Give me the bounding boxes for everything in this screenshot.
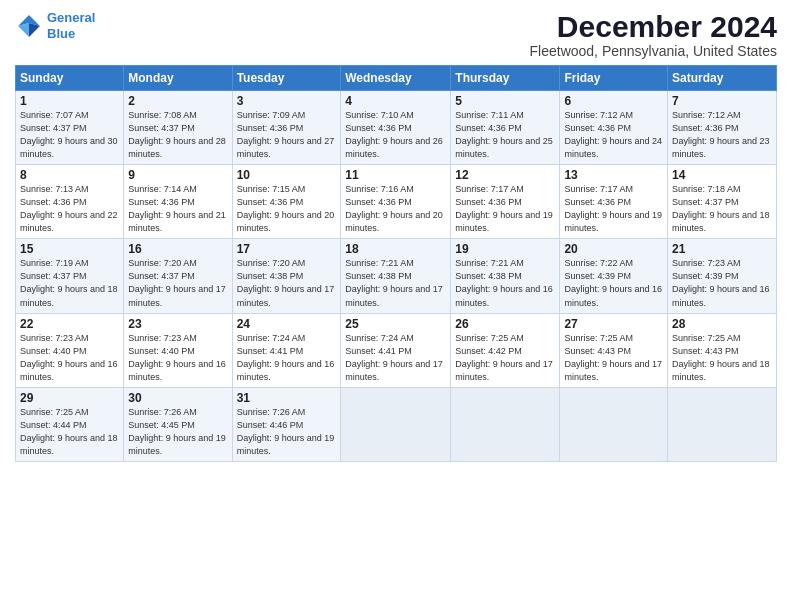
logo-blue: Blue [47,26,75,41]
calendar-cell: 15 Sunrise: 7:19 AM Sunset: 4:37 PM Dayl… [16,239,124,313]
sunrise-text: Sunrise: 7:20 AM [237,258,306,268]
daylight-text: Daylight: 9 hours and 21 minutes. [128,210,226,233]
calendar-cell: 1 Sunrise: 7:07 AM Sunset: 4:37 PM Dayli… [16,91,124,165]
day-info: Sunrise: 7:10 AM Sunset: 4:36 PM Dayligh… [345,109,446,161]
daylight-text: Daylight: 9 hours and 17 minutes. [564,359,662,382]
sunset-text: Sunset: 4:43 PM [672,346,739,356]
calendar-week-3: 15 Sunrise: 7:19 AM Sunset: 4:37 PM Dayl… [16,239,777,313]
sunrise-text: Sunrise: 7:25 AM [564,333,633,343]
day-info: Sunrise: 7:12 AM Sunset: 4:36 PM Dayligh… [564,109,663,161]
col-saturday: Saturday [668,66,777,91]
day-number: 11 [345,168,446,182]
sunrise-text: Sunrise: 7:15 AM [237,184,306,194]
sunset-text: Sunset: 4:41 PM [345,346,412,356]
day-number: 3 [237,94,337,108]
sunrise-text: Sunrise: 7:25 AM [672,333,741,343]
sunset-text: Sunset: 4:46 PM [237,420,304,430]
logo: General Blue [15,10,95,41]
day-info: Sunrise: 7:16 AM Sunset: 4:36 PM Dayligh… [345,183,446,235]
day-info: Sunrise: 7:14 AM Sunset: 4:36 PM Dayligh… [128,183,227,235]
calendar-table: Sunday Monday Tuesday Wednesday Thursday… [15,65,777,462]
sunset-text: Sunset: 4:45 PM [128,420,195,430]
day-number: 18 [345,242,446,256]
sunrise-text: Sunrise: 7:14 AM [128,184,197,194]
sunset-text: Sunset: 4:36 PM [672,123,739,133]
day-info: Sunrise: 7:25 AM Sunset: 4:42 PM Dayligh… [455,332,555,384]
day-info: Sunrise: 7:19 AM Sunset: 4:37 PM Dayligh… [20,257,119,309]
day-number: 27 [564,317,663,331]
sunset-text: Sunset: 4:36 PM [237,197,304,207]
day-info: Sunrise: 7:26 AM Sunset: 4:45 PM Dayligh… [128,406,227,458]
calendar-week-5: 29 Sunrise: 7:25 AM Sunset: 4:44 PM Dayl… [16,387,777,461]
sunset-text: Sunset: 4:36 PM [455,197,522,207]
daylight-text: Daylight: 9 hours and 20 minutes. [345,210,443,233]
day-info: Sunrise: 7:12 AM Sunset: 4:36 PM Dayligh… [672,109,772,161]
calendar-cell: 18 Sunrise: 7:21 AM Sunset: 4:38 PM Dayl… [341,239,451,313]
calendar-cell: 27 Sunrise: 7:25 AM Sunset: 4:43 PM Dayl… [560,313,668,387]
header-row-days: Sunday Monday Tuesday Wednesday Thursday… [16,66,777,91]
sunset-text: Sunset: 4:37 PM [20,123,87,133]
calendar-cell: 4 Sunrise: 7:10 AM Sunset: 4:36 PM Dayli… [341,91,451,165]
day-number: 14 [672,168,772,182]
sunset-text: Sunset: 4:36 PM [564,197,631,207]
daylight-text: Daylight: 9 hours and 18 minutes. [20,433,118,456]
sunset-text: Sunset: 4:38 PM [345,271,412,281]
daylight-text: Daylight: 9 hours and 23 minutes. [672,136,770,159]
day-info: Sunrise: 7:21 AM Sunset: 4:38 PM Dayligh… [455,257,555,309]
sunrise-text: Sunrise: 7:23 AM [20,333,89,343]
daylight-text: Daylight: 9 hours and 16 minutes. [237,359,335,382]
calendar-cell: 29 Sunrise: 7:25 AM Sunset: 4:44 PM Dayl… [16,387,124,461]
sunset-text: Sunset: 4:40 PM [128,346,195,356]
day-info: Sunrise: 7:23 AM Sunset: 4:40 PM Dayligh… [128,332,227,384]
calendar-cell: 2 Sunrise: 7:08 AM Sunset: 4:37 PM Dayli… [124,91,232,165]
daylight-text: Daylight: 9 hours and 18 minutes. [672,210,770,233]
sunset-text: Sunset: 4:38 PM [237,271,304,281]
day-info: Sunrise: 7:20 AM Sunset: 4:37 PM Dayligh… [128,257,227,309]
calendar-cell: 12 Sunrise: 7:17 AM Sunset: 4:36 PM Dayl… [451,165,560,239]
sunrise-text: Sunrise: 7:10 AM [345,110,414,120]
calendar-cell: 23 Sunrise: 7:23 AM Sunset: 4:40 PM Dayl… [124,313,232,387]
day-number: 5 [455,94,555,108]
day-info: Sunrise: 7:23 AM Sunset: 4:40 PM Dayligh… [20,332,119,384]
daylight-text: Daylight: 9 hours and 17 minutes. [345,284,443,307]
calendar-cell: 9 Sunrise: 7:14 AM Sunset: 4:36 PM Dayli… [124,165,232,239]
daylight-text: Daylight: 9 hours and 17 minutes. [455,359,553,382]
main-title: December 2024 [530,10,777,43]
sunrise-text: Sunrise: 7:26 AM [237,407,306,417]
page-container: General Blue December 2024 Fleetwood, Pe… [0,0,792,467]
sunrise-text: Sunrise: 7:20 AM [128,258,197,268]
daylight-text: Daylight: 9 hours and 17 minutes. [237,284,335,307]
day-number: 23 [128,317,227,331]
daylight-text: Daylight: 9 hours and 16 minutes. [455,284,553,307]
sunset-text: Sunset: 4:40 PM [20,346,87,356]
sunset-text: Sunset: 4:36 PM [128,197,195,207]
day-info: Sunrise: 7:08 AM Sunset: 4:37 PM Dayligh… [128,109,227,161]
sunrise-text: Sunrise: 7:18 AM [672,184,741,194]
day-info: Sunrise: 7:09 AM Sunset: 4:36 PM Dayligh… [237,109,337,161]
sunrise-text: Sunrise: 7:13 AM [20,184,89,194]
day-info: Sunrise: 7:25 AM Sunset: 4:43 PM Dayligh… [564,332,663,384]
sunset-text: Sunset: 4:36 PM [564,123,631,133]
daylight-text: Daylight: 9 hours and 30 minutes. [20,136,118,159]
calendar-cell: 30 Sunrise: 7:26 AM Sunset: 4:45 PM Dayl… [124,387,232,461]
day-number: 16 [128,242,227,256]
calendar-cell: 31 Sunrise: 7:26 AM Sunset: 4:46 PM Dayl… [232,387,341,461]
sunset-text: Sunset: 4:41 PM [237,346,304,356]
calendar-cell: 28 Sunrise: 7:25 AM Sunset: 4:43 PM Dayl… [668,313,777,387]
day-number: 19 [455,242,555,256]
calendar-cell: 13 Sunrise: 7:17 AM Sunset: 4:36 PM Dayl… [560,165,668,239]
day-info: Sunrise: 7:11 AM Sunset: 4:36 PM Dayligh… [455,109,555,161]
title-block: December 2024 Fleetwood, Pennsylvania, U… [530,10,777,59]
day-info: Sunrise: 7:26 AM Sunset: 4:46 PM Dayligh… [237,406,337,458]
day-number: 9 [128,168,227,182]
sunrise-text: Sunrise: 7:12 AM [672,110,741,120]
sunrise-text: Sunrise: 7:25 AM [455,333,524,343]
day-info: Sunrise: 7:24 AM Sunset: 4:41 PM Dayligh… [237,332,337,384]
sunrise-text: Sunrise: 7:26 AM [128,407,197,417]
day-number: 8 [20,168,119,182]
day-number: 7 [672,94,772,108]
sunset-text: Sunset: 4:44 PM [20,420,87,430]
logo-text: General Blue [47,10,95,41]
sunrise-text: Sunrise: 7:24 AM [237,333,306,343]
sunset-text: Sunset: 4:36 PM [237,123,304,133]
